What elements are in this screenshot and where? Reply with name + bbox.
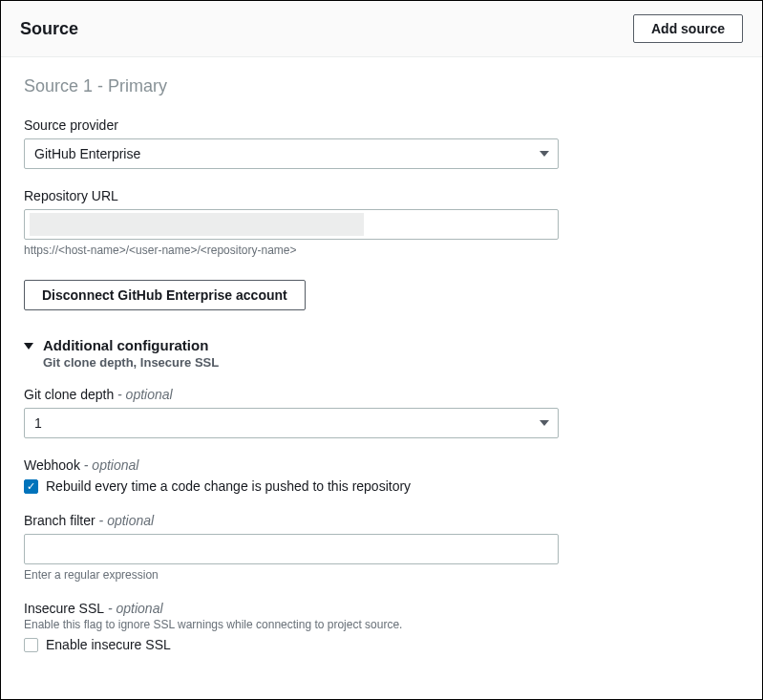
git-clone-depth-label: Git clone depth - optional — [24, 387, 739, 402]
check-icon: ✓ — [27, 481, 35, 492]
repository-url-help: https://<host-name>/<user-name>/<reposit… — [24, 244, 739, 257]
webhook-label: Webhook - optional — [24, 457, 739, 473]
repository-url-label: Repository URL — [24, 188, 739, 203]
additional-config-subtitle: Git clone depth, Insecure SSL — [43, 355, 219, 370]
chevron-down-icon — [540, 151, 549, 157]
chevron-down-icon — [540, 420, 549, 426]
additional-config-title: Additional configuration — [43, 337, 219, 353]
source-provider-value: GitHub Enterprise — [34, 146, 140, 161]
panel-header: Source Add source — [1, 1, 762, 57]
branch-filter-input[interactable] — [24, 534, 559, 564]
disconnect-button[interactable]: Disconnect GitHub Enterprise account — [24, 280, 306, 310]
source-heading: Source 1 - Primary — [24, 76, 739, 96]
insecure-ssl-label: Insecure SSL - optional — [24, 601, 739, 616]
obscured-value — [30, 213, 364, 236]
additional-config-toggle[interactable]: Additional configuration Git clone depth… — [24, 337, 739, 370]
git-clone-depth-select[interactable]: 1 — [24, 408, 559, 438]
webhook-checkbox-label: Rebuild every time a code change is push… — [46, 478, 411, 494]
source-provider-select[interactable]: GitHub Enterprise — [24, 138, 559, 169]
git-clone-depth-value: 1 — [34, 415, 42, 431]
webhook-field: Webhook - optional ✓ Rebuild every time … — [24, 457, 739, 494]
branch-filter-help: Enter a regular expression — [24, 568, 739, 582]
webhook-checkbox[interactable]: ✓ — [24, 479, 38, 494]
insecure-ssl-checkbox[interactable] — [24, 638, 38, 652]
add-source-button[interactable]: Add source — [633, 14, 743, 43]
insecure-ssl-field: Insecure SSL - optional Enable this flag… — [24, 601, 739, 652]
insecure-ssl-help: Enable this flag to ignore SSL warnings … — [24, 618, 739, 631]
branch-filter-field: Branch filter - optional Enter a regular… — [24, 513, 739, 582]
repository-url-field: Repository URL https://<host-name>/<user… — [24, 188, 739, 257]
panel-body: Source 1 - Primary Source provider GitHu… — [1, 57, 762, 671]
source-panel: Source Add source Source 1 - Primary Sou… — [0, 0, 763, 700]
chevron-down-icon — [24, 343, 33, 350]
source-provider-field: Source provider GitHub Enterprise — [24, 117, 739, 169]
git-clone-depth-field: Git clone depth - optional 1 — [24, 387, 739, 438]
branch-filter-label: Branch filter - optional — [24, 513, 739, 528]
source-provider-label: Source provider — [24, 117, 739, 133]
panel-title: Source — [20, 19, 78, 39]
insecure-ssl-checkbox-label: Enable insecure SSL — [46, 637, 171, 652]
